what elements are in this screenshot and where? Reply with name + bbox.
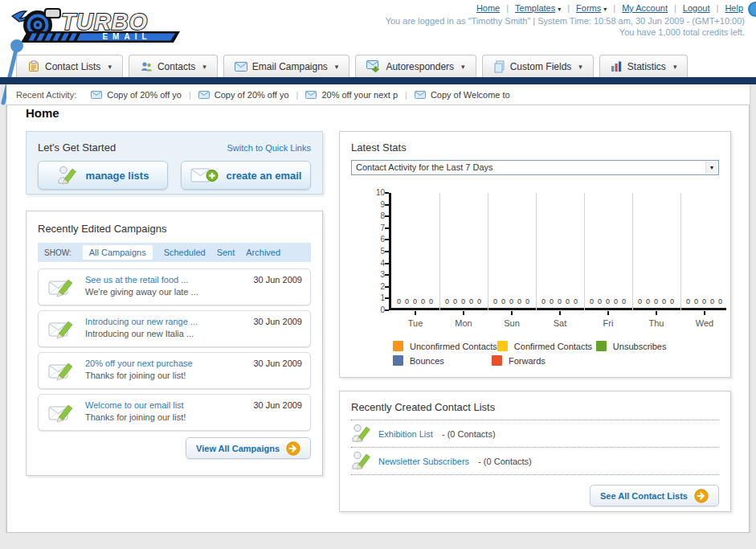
activity-separator: | — [189, 90, 191, 100]
filter-scheduled[interactable]: Scheduled — [164, 248, 206, 257]
data-value-label: 0 — [516, 297, 523, 305]
contact-list-detail: - (0 Contacts) — [439, 429, 496, 439]
contact-list-item[interactable]: Exhibition List - (0 Contacts) — [351, 420, 719, 448]
envelope-pencil-icon — [48, 360, 74, 386]
envelope-pencil-icon — [48, 318, 74, 344]
tab-contacts[interactable]: Contacts▾ — [129, 55, 218, 77]
campaign-card[interactable]: See us at the retail food ...We're givin… — [38, 268, 311, 305]
campaign-date: 30 Jun 2009 — [253, 400, 302, 410]
recently-edited-campaigns-panel: Recently Edited Campaigns SHOW: All Camp… — [26, 211, 323, 476]
chart-plot: 01234567891000000Tue00000Mon00000Sun0000… — [389, 193, 726, 310]
header-link-templates[interactable]: Templates▾ — [515, 3, 561, 13]
contact-list-link[interactable]: Newsletter Subscribers — [378, 457, 469, 466]
page-title: Home — [26, 106, 59, 120]
chart-gridline — [680, 193, 681, 310]
data-value-label: 0 — [403, 297, 411, 305]
data-value-label: 0 — [652, 297, 660, 305]
y-axis-tick — [385, 309, 389, 311]
campaign-card[interactable]: 20% off your next purchaseThanks for joi… — [38, 352, 311, 389]
campaign-title-link[interactable]: Introducing our new range ... — [85, 317, 198, 326]
recent-activity-item[interactable]: Copy of 20% off yo — [91, 90, 182, 100]
recent-activity-item[interactable]: Copy of Welcome to — [415, 90, 510, 100]
see-all-contact-lists-button[interactable]: See All Contact Lists — [590, 485, 719, 506]
person-pencil-icon — [351, 450, 372, 472]
view-all-campaigns-button[interactable]: View All Campaigns — [186, 437, 311, 459]
stats-period-select[interactable]: Contact Activity for the Last 7 Days ▼ — [351, 160, 719, 175]
custom-fields-icon — [493, 60, 505, 73]
y-axis-tick-label: 9 — [368, 200, 385, 209]
y-axis-tick — [385, 263, 389, 264]
recent-activity-item[interactable]: Copy of 20% off yo — [198, 90, 289, 100]
data-value-label: 0 — [452, 297, 459, 305]
legend-swatch — [393, 341, 403, 351]
view-all-campaigns-label: View All Campaigns — [196, 444, 280, 453]
create-email-button[interactable]: create an email — [181, 161, 311, 190]
filter-archived[interactable]: Archived — [246, 248, 280, 257]
data-value-label: 0 — [684, 297, 692, 305]
x-axis-label: Sun — [488, 318, 536, 328]
tab-statistics[interactable]: Statistics▾ — [599, 55, 689, 77]
y-axis-tick — [385, 297, 389, 299]
manage-lists-button[interactable]: manage lists — [38, 161, 168, 190]
campaign-subtitle: Introducing our new Italia ... — [85, 329, 194, 338]
header-link-home[interactable]: Home — [476, 3, 500, 13]
campaigns-title: Recently Edited Campaigns — [38, 223, 311, 235]
tab-autoresponders[interactable]: Autoresponders▾ — [355, 55, 476, 77]
y-axis-tick — [385, 239, 389, 240]
y-axis-tick — [385, 204, 389, 206]
recent-activity-item[interactable]: 20% off your next p — [305, 90, 398, 100]
select-arrow-icon[interactable]: ▼ — [705, 162, 717, 174]
data-value-label: 0 — [556, 297, 563, 305]
header-link-help[interactable]: Help — [725, 3, 743, 13]
envelope-icon — [198, 91, 210, 99]
chart-gridline — [439, 193, 440, 310]
data-value-label: 0 — [660, 297, 668, 305]
filter-all-campaigns[interactable]: All Campaigns — [83, 245, 153, 260]
data-value-label: 0 — [419, 297, 427, 305]
see-all-contact-lists-label: See All Contact Lists — [600, 491, 688, 501]
legend-item: Unconfirmed Contacts — [393, 341, 497, 351]
header-link-forms[interactable]: Forms▾ — [576, 3, 607, 13]
x-axis-label: Wed — [680, 318, 729, 328]
envelope-pencil-icon — [48, 277, 74, 302]
legend-item: Bounces — [393, 355, 492, 366]
filter-sent[interactable]: Sent — [217, 248, 235, 257]
tab-email-campaigns[interactable]: Email Campaigns▾ — [223, 55, 350, 77]
chart-gridline — [488, 193, 488, 310]
tab-dropdown-arrow-icon: ▾ — [108, 63, 112, 71]
contact-list-link[interactable]: Exhibition List — [378, 429, 433, 439]
legend-swatch — [497, 341, 508, 351]
campaign-title-link[interactable]: 20% off your next purchase — [85, 358, 193, 368]
y-axis-tick-label: 8 — [368, 211, 385, 220]
data-value-label: 0 — [460, 297, 467, 305]
data-value-label: 0 — [395, 297, 403, 305]
legend-item: Forwards — [492, 355, 590, 366]
switch-quick-links[interactable]: Switch to Quick Links — [227, 143, 311, 153]
campaign-card[interactable]: Welcome to our email listThanks for join… — [38, 394, 311, 431]
data-value-label: 0 — [693, 297, 700, 305]
data-value-label: 0 — [596, 297, 603, 305]
data-value-label: 0 — [468, 297, 475, 305]
envelope-pencil-icon — [48, 402, 74, 428]
campaign-card[interactable]: Introducing our new range ...Introducing… — [38, 310, 311, 347]
tab-dropdown-arrow-icon: ▾ — [461, 63, 465, 71]
bottom-margin — [0, 533, 756, 549]
tab-contact-lists[interactable]: Contact Lists▾ — [16, 55, 123, 77]
campaign-title-link[interactable]: Welcome to our email list — [85, 400, 184, 410]
header-right: Home|Templates▾|Forms▾|My Account|Logout… — [386, 3, 745, 37]
tab-label: Email Campaigns — [252, 61, 328, 72]
header-link-logout[interactable]: Logout — [683, 3, 710, 13]
nav-separator: | — [613, 3, 615, 13]
create-email-label: create an email — [227, 170, 302, 182]
campaign-title-link[interactable]: See us at the retail food ... — [85, 275, 188, 285]
data-value-label: 0 — [500, 297, 507, 305]
tab-custom-fields[interactable]: Custom Fields▾ — [482, 55, 594, 77]
data-value-label: 0 — [564, 297, 571, 305]
contact-list-item[interactable]: Newsletter Subscribers - (0 Contacts) — [351, 448, 719, 475]
chart-gridline — [536, 193, 537, 310]
envelope-icon — [91, 91, 102, 99]
campaign-list: See us at the retail food ...We're givin… — [38, 268, 311, 431]
header-link-my-account[interactable]: My Account — [622, 3, 668, 13]
activity-separator: | — [405, 90, 407, 100]
legend-swatch — [492, 355, 502, 366]
